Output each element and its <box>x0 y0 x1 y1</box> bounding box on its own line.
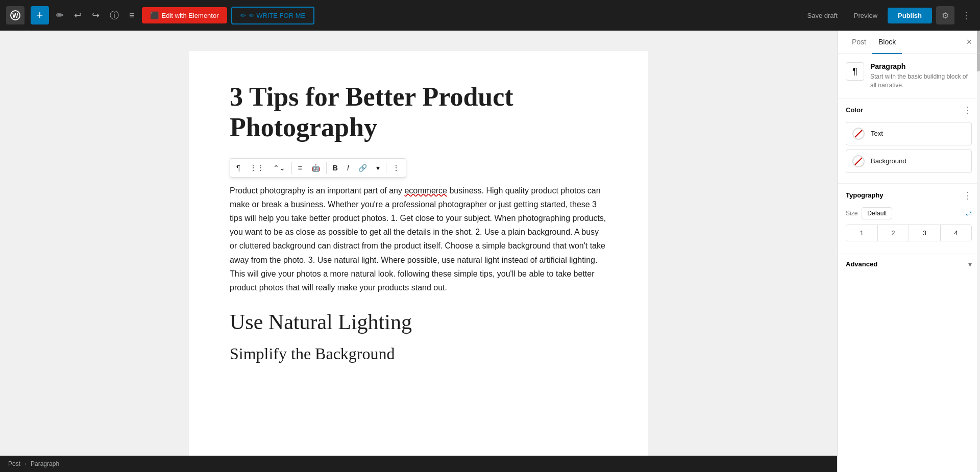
move-button[interactable]: ⌃⌄ <box>269 161 289 175</box>
drag-handle-button[interactable]: ⋮⋮ <box>246 161 268 175</box>
typography-section: Typography ⋮ Size Default ⇌ 1 2 3 4 <box>838 184 980 254</box>
tools-button[interactable]: ✏ <box>53 7 67 24</box>
block-info: ¶ Paragraph Start with the basic buildin… <box>838 54 980 98</box>
toolbar-divider-3 <box>386 162 386 174</box>
more-rich-text-button[interactable]: ▾ <box>372 161 384 175</box>
typography-title: Typography <box>846 191 883 199</box>
list-view-button[interactable]: ≡ <box>126 7 138 24</box>
align-button[interactable]: ≡ <box>294 161 306 175</box>
font-size-btn-1[interactable]: 1 <box>846 225 878 241</box>
block-toolbar: ¶ ⋮⋮ ⌃⌄ ≡ 🤖 B I 🔗 <box>230 158 406 178</box>
editor-area: 3 Tips for Better Product Photography ¶ … <box>0 31 837 472</box>
typography-more-button[interactable]: ⋮ <box>963 190 972 201</box>
text-color-item[interactable]: Text <box>846 122 972 145</box>
right-sidebar: Post Block × ¶ Paragraph Start with the … <box>837 31 980 472</box>
move-icon: ⌃⌄ <box>273 164 285 172</box>
more-icon: ⋮ <box>393 164 400 172</box>
color-section: Color ⋮ Text Background <box>838 98 980 184</box>
block-description: Start with the basic building block of a… <box>870 72 972 90</box>
tab-post[interactable]: Post <box>846 31 872 54</box>
elementor-icon: ⬛ <box>150 11 159 19</box>
sidebar-scrollbar[interactable] <box>977 31 980 472</box>
ecommerce-link[interactable]: ecommerce <box>404 186 447 195</box>
svg-text:W: W <box>12 12 18 19</box>
bottom-bar: Post › Paragraph <box>0 456 837 472</box>
breadcrumb-paragraph: Paragraph <box>31 460 59 467</box>
block-more-button[interactable]: ⋮ <box>388 161 404 175</box>
background-color-item[interactable]: Background <box>846 150 972 173</box>
color-section-header: Color ⋮ <box>846 105 972 116</box>
ellipsis-icon: ⋮ <box>962 10 971 20</box>
typography-controls: ⋮ <box>963 190 972 201</box>
size-row: Size Default ⇌ <box>846 207 972 219</box>
breadcrumb-separator: › <box>24 460 27 467</box>
ai-avatar-button[interactable]: 🤖 <box>307 161 324 175</box>
toolbar-divider-1 <box>291 162 292 174</box>
edit-with-elementor-button[interactable]: ⬛ Edit with Elementor <box>142 7 227 23</box>
color-section-more-button[interactable]: ⋮ <box>963 105 972 116</box>
font-size-btn-2[interactable]: 2 <box>878 225 910 241</box>
add-block-button[interactable]: + <box>31 6 49 24</box>
paragraph-icon: ¶ <box>236 164 240 172</box>
dropdown-icon: ▾ <box>376 164 380 172</box>
paragraph-type-button[interactable]: ¶ <box>232 161 244 175</box>
section-subheading[interactable]: Simplify the Background <box>230 344 607 363</box>
publish-button[interactable]: Publish <box>888 8 932 23</box>
link-button[interactable]: 🔗 <box>354 161 371 175</box>
font-size-btn-3[interactable]: 3 <box>909 225 941 241</box>
advanced-title: Advanced <box>846 260 877 268</box>
block-info-text: Paragraph Start with the basic building … <box>870 62 972 90</box>
text-color-circle <box>852 128 865 140</box>
post-title[interactable]: 3 Tips for Better Product Photography <box>230 82 607 143</box>
block-type-icon: ¶ <box>846 62 864 81</box>
color-section-title: Color <box>846 106 863 114</box>
background-color-circle <box>852 155 865 167</box>
section-heading[interactable]: Use Natural Lighting <box>230 310 607 334</box>
typography-header: Typography ⋮ <box>846 190 972 201</box>
preview-button[interactable]: Preview <box>848 9 884 22</box>
save-draft-button[interactable]: Save draft <box>801 9 844 22</box>
italic-button[interactable]: I <box>343 161 353 175</box>
bold-button[interactable]: B <box>329 161 342 175</box>
block-name-label: Paragraph <box>870 62 972 70</box>
editor-content: 3 Tips for Better Product Photography ¶ … <box>189 51 648 459</box>
info-button[interactable]: ⓘ <box>107 6 122 24</box>
redo-button[interactable]: ↪ <box>89 7 103 24</box>
advanced-section: Advanced ▾ <box>838 254 980 275</box>
top-toolbar: W + ✏ ↩ ↪ ⓘ ≡ ⬛ Edit with Elementor ✏ ✏ … <box>0 0 980 31</box>
advanced-header[interactable]: Advanced ▾ <box>846 260 972 268</box>
undo-button[interactable]: ↩ <box>71 7 85 24</box>
gear-icon: ⚙ <box>942 11 949 20</box>
breadcrumb-post[interactable]: Post <box>8 460 20 467</box>
post-body-paragraph[interactable]: Product photography is an important part… <box>230 184 607 295</box>
avatar-icon: 🤖 <box>311 164 320 172</box>
background-color-label: Background <box>871 157 906 165</box>
toolbar-divider-2 <box>326 162 327 174</box>
write-icon: ✏ <box>240 12 246 19</box>
link-icon: 🔗 <box>358 164 367 172</box>
main-layout: 3 Tips for Better Product Photography ¶ … <box>0 31 980 472</box>
sidebar-close-button[interactable]: × <box>966 37 972 47</box>
tab-block[interactable]: Block <box>872 31 902 54</box>
more-options-button[interactable]: ⋮ <box>959 7 974 24</box>
text-color-label: Text <box>871 130 883 137</box>
advanced-chevron-icon: ▾ <box>968 260 972 268</box>
size-controls-icon[interactable]: ⇌ <box>965 208 972 218</box>
write-for-me-button[interactable]: ✏ ✏ WRITE FOR ME <box>231 7 315 24</box>
font-size-btn-4[interactable]: 4 <box>941 225 972 241</box>
drag-icon: ⋮⋮ <box>250 164 264 172</box>
size-default-button[interactable]: Default <box>862 207 892 219</box>
size-label: Size <box>846 210 857 217</box>
sidebar-tabs: Post Block × <box>838 31 980 54</box>
wordpress-logo: W <box>6 6 24 24</box>
settings-button[interactable]: ⚙ <box>936 6 954 24</box>
align-icon: ≡ <box>298 164 302 172</box>
font-size-buttons: 1 2 3 4 <box>846 225 972 241</box>
